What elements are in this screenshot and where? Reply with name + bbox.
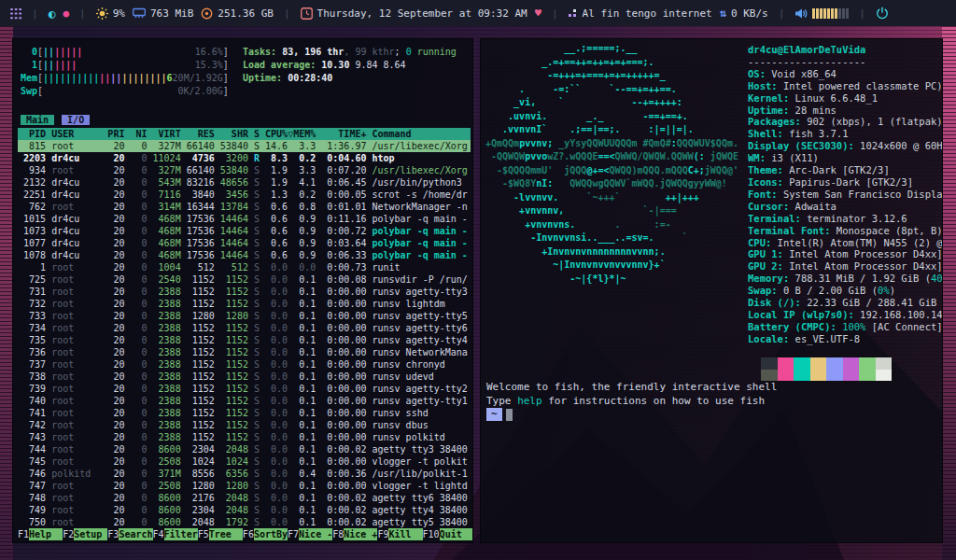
process-row-740[interactable]: 740 root 20 0 2388 1152 1152 S 0.0 0.1 0… [18,395,471,407]
fn-action-quit[interactable]: Quit [440,528,473,540]
process-row-743[interactable]: 743 root 20 0 2388 1152 1152 S 0.0 0.1 0… [18,431,471,443]
column-header-ni[interactable]: NI [130,129,147,139]
network-name: Al fin tengo internet [583,7,712,20]
fn-action-search[interactable]: Search [119,528,152,540]
process-row-725[interactable]: 725 root 20 0 2540 1152 1152 S 0.0 0.1 0… [18,273,471,286]
process-row-736[interactable]: 736 root 20 0 2388 1152 1152 S 0.0 0.1 0… [18,346,471,358]
fn-action-tree[interactable]: Tree [209,528,243,540]
sysinfo-line: Theme: Arc-Dark [GTK2/3] [748,164,943,176]
column-header-res[interactable]: RES [187,129,215,139]
process-row-1[interactable]: 1 root 20 0 1004 512 512 S 0.0 0.0 0:00.… [18,261,471,273]
process-row-742[interactable]: 742 root 20 0 2388 1152 1152 S 0.0 0.1 0… [18,419,471,431]
process-row-1077[interactable]: 1077 dr4cu 20 0 468M 17536 14464 S 0.6 0… [18,237,471,249]
process-row-815[interactable]: 815 root 20 0 327M 66140 53840 S 14.6 3.… [18,140,471,152]
column-header-pri[interactable]: PRI [107,129,124,139]
process-row-745[interactable]: 745 root 20 0 2508 1024 1024 S 0.0 0.1 0… [18,455,471,468]
fn-key-F5[interactable]: F5 [198,528,209,540]
process-row-739[interactable]: 739 root 20 0 2388 1152 1152 S 0.0 0.1 0… [18,383,471,395]
palette-swatch [794,370,810,382]
column-header-user[interactable]: USER [51,129,102,139]
fn-action-help[interactable]: Help [29,528,63,540]
tab-io[interactable]: I/O [62,115,90,125]
fn-key-F3[interactable]: F3 [107,528,119,540]
palette-swatch [810,370,827,382]
disk-module[interactable]: 251.36 GB [201,7,274,20]
column-header-time[interactable]: TIME+ [321,129,366,139]
column-header-cpu[interactable]: CPU% [265,129,288,139]
process-row-733[interactable]: 733 root 20 0 2388 1280 1280 S 0.0 0.1 0… [18,310,471,322]
cpu0-meter: 0[|||||||16.6%] [21,46,237,59]
fn-key-F7[interactable]: F7 [288,528,299,540]
fn-key-F4[interactable]: F4 [153,528,164,540]
fn-key-F8[interactable]: F8 [332,528,344,540]
htop-terminal-window: 0[|||||||16.6%]1[||||||15.3%]Mem[|||||||… [12,38,473,543]
wallpaper-right-edge [942,26,956,560]
power-icon[interactable] [876,7,889,20]
fn-action-nice[interactable]: Nice - [299,528,332,540]
void-linux-ascii-logo: __.;=====;.__ _.=+==++=++=+=+===;. -=+++… [485,42,738,286]
process-row-746[interactable]: 746 polkitd 20 0 371M 8556 6356 S 0.0 0.… [18,468,471,480]
fn-action-nice[interactable]: Nice + [344,528,377,540]
process-row-731[interactable]: 731 root 20 0 2388 1152 1152 S 0.0 0.1 0… [18,286,471,298]
volume-module[interactable] [794,7,849,20]
network-icon [569,8,578,18]
process-row-738[interactable]: 738 root 20 0 2388 1152 1152 S 0.0 0.1 0… [18,371,471,383]
process-row-934[interactable]: 934 root 20 0 327M 66140 53840 S 1.9 3.3… [18,164,471,176]
network-module[interactable]: Al fin tengo internet [569,7,712,20]
fn-key-F9[interactable]: F9 [377,528,388,540]
fn-action-setup[interactable]: Setup [74,528,107,540]
workspace-icon[interactable]: ● [63,7,69,20]
process-row-734[interactable]: 734 root 20 0 2388 1152 1152 S 0.0 0.1 0… [18,322,471,334]
netspeed-module[interactable]: ⇅ 0 KB/s [720,7,768,20]
sysinfo-line: Font: System San Francisco Display [748,189,943,201]
process-row-744[interactable]: 744 root 20 0 8600 2304 2048 S 0.0 0.1 0… [18,443,471,455]
process-row-737[interactable]: 737 root 20 0 2388 1152 1152 S 0.0 0.1 0… [18,358,471,371]
process-row-1073[interactable]: 1073 dr4cu 20 0 468M 17536 14464 S 0.6 0… [18,225,471,237]
fn-action-sortby[interactable]: SortBy [254,528,288,540]
app-grid-icon[interactable] [9,7,21,20]
htop-tabs: MainI/O [21,115,90,125]
process-row-2203[interactable]: 2203 dr4cu 20 0 11024 4736 3200 R 8.3 0.… [18,152,471,164]
memory-meter: Mem[||||||||||||||||||||||620M/1.92G] [21,72,237,85]
fish-terminal-window: __.;=====;.__ _.=+==++=++=+=+===;. -=+++… [480,38,943,543]
memory-module[interactable]: 763 MiB [133,7,193,20]
fn-key-F2[interactable]: F2 [63,528,74,540]
column-header-mem[interactable]: MEM% [293,129,316,139]
palette-swatch [794,357,810,370]
process-row-749[interactable]: 749 root 20 0 8600 2304 2048 S 0.0 0.1 0… [18,504,471,516]
fn-key-F1[interactable]: F1 [18,528,29,540]
brightness-module[interactable]: 9% [96,7,125,20]
process-row-2132[interactable]: 2132 dr4cu 20 0 543M 83216 48656 S 1.9 4… [18,176,471,189]
table-header[interactable]: PID USER PRI NI VIRT RES SHR S CPU%▽MEM%… [18,128,471,140]
process-row-732[interactable]: 732 root 20 0 2388 1152 1152 S 0.0 0.1 0… [18,298,471,310]
htop-summary: Tasks: 83, 196 thr, 99 kthr; 0 runningLo… [243,46,471,85]
shell-prompt[interactable]: ~ [486,408,513,421]
tab-main[interactable]: Main [21,115,54,125]
process-row-748[interactable]: 748 root 20 0 8600 2176 2048 S 0.0 0.1 0… [18,492,471,504]
sysinfo-line: Local IP (wlp7s0): 192.168.100.14 [748,309,943,321]
palette-swatch [761,357,778,370]
process-row-747[interactable]: 747 root 20 0 2508 1280 1280 S 0.0 0.1 0… [18,480,471,492]
fn-action-filter[interactable]: Filter [164,528,198,540]
process-row-1078[interactable]: 1078 dr4cu 20 0 468M 17536 14464 S 0.6 0… [18,249,471,261]
process-row-750[interactable]: 750 root 20 0 8600 2048 1792 S 0.0 0.1 0… [18,516,471,528]
netspeed-value: 0 KB/s [731,7,768,20]
prompt-path: ~ [486,408,502,421]
column-header-pid[interactable]: PID [18,129,46,139]
date-module[interactable]: Thursday, 12 September at 09:32 AM [301,7,527,20]
fn-action-kill[interactable]: Kill [388,528,422,540]
column-header-command[interactable]: Command [372,129,411,139]
fn-key-F6[interactable]: F6 [243,528,254,540]
process-row-741[interactable]: 741 root 20 0 2388 1152 1152 S 0.0 0.1 0… [18,407,471,419]
palette-swatch [859,357,876,370]
column-header-s[interactable]: S [254,129,260,139]
fn-key-F10[interactable]: F10 [423,528,440,540]
sun-icon [96,7,108,20]
process-row-2251[interactable]: 2251 dr4cu 20 0 7116 3840 3456 S 1.3 0.2… [18,189,471,201]
process-row-1015[interactable]: 1015 dr4cu 20 0 468M 17536 14464 S 0.6 0… [18,213,471,225]
process-row-735[interactable]: 735 root 20 0 2388 1152 1152 S 0.0 0.1 0… [18,334,471,346]
column-header-shr[interactable]: SHR [220,129,248,139]
column-header-virt[interactable]: VIRT [153,129,181,139]
process-row-762[interactable]: 762 root 20 0 314M 16344 13784 S 0.6 0.8… [18,201,471,213]
workspace-focused-icon[interactable]: ◐ [49,7,56,21]
